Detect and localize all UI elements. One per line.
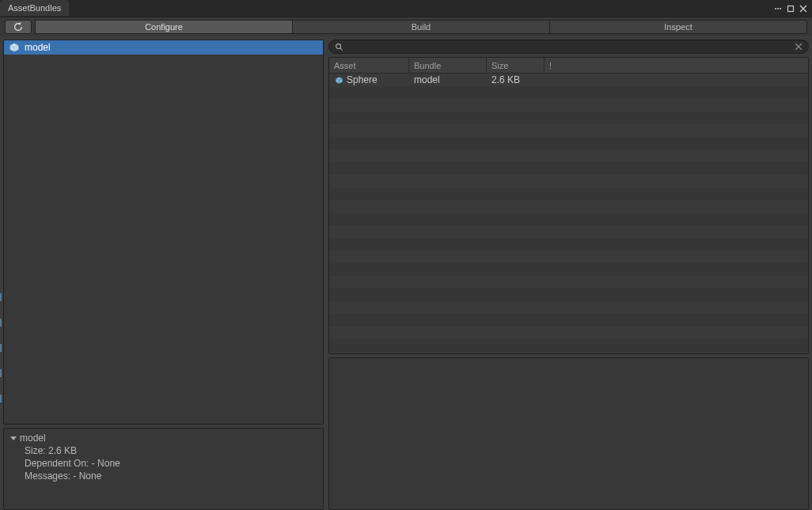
column-header-size[interactable]: Size [487, 58, 544, 73]
table-row [329, 263, 808, 276]
column-header-bundle[interactable]: Bundle [409, 58, 487, 73]
search-input[interactable] [347, 42, 791, 51]
table-row [329, 124, 808, 137]
tab-build[interactable]: Build [293, 20, 550, 34]
svg-rect-0 [788, 6, 794, 11]
window-tab-assetbundles[interactable]: AssetBundles [0, 0, 69, 16]
asset-bundle: model [409, 74, 487, 86]
asset-table-panel: Asset Bundle Size ! Spheremodel2.6 KB [328, 57, 809, 354]
search-icon [334, 42, 343, 51]
bundle-icon [9, 42, 20, 53]
asset-preview-panel [328, 357, 809, 510]
svg-point-1 [336, 43, 340, 48]
table-row [329, 327, 808, 339]
details-size: Size: 2.6 KB [10, 444, 317, 457]
table-row [329, 276, 808, 289]
details-name: model [20, 433, 46, 444]
table-row [329, 314, 808, 327]
refresh-icon [13, 21, 24, 32]
table-row [329, 111, 808, 124]
column-header-asset[interactable]: Asset [329, 58, 409, 73]
asset-name: Sphere [347, 74, 378, 85]
clear-search-icon[interactable] [794, 42, 803, 51]
table-row [329, 149, 808, 162]
kebab-menu-icon[interactable] [772, 3, 784, 14]
bundle-list-panel[interactable]: model [3, 40, 324, 425]
column-header-warn[interactable]: ! [544, 58, 556, 73]
table-row [329, 225, 808, 238]
asset-table-header: Asset Bundle Size ! [329, 58, 808, 74]
table-row [329, 238, 808, 251]
table-row [329, 251, 808, 263]
table-row [329, 200, 808, 213]
search-bar[interactable] [328, 40, 809, 54]
table-row [329, 137, 808, 149]
prefab-icon [334, 75, 343, 85]
foldout-arrow-icon [10, 436, 17, 440]
close-icon[interactable] [798, 3, 809, 14]
table-row [329, 213, 808, 225]
table-row [329, 339, 808, 352]
asset-size: 2.6 KB [487, 74, 544, 86]
bundle-item-model[interactable]: model [4, 40, 323, 55]
tab-configure[interactable]: Configure [35, 20, 293, 34]
details-messages: Messages: - None [10, 470, 317, 482]
table-row [329, 99, 808, 111]
window-tab-bar: AssetBundles [0, 0, 812, 17]
table-row [329, 162, 808, 175]
bundle-details-panel: model Size: 2.6 KB Dependent On: - None … [3, 428, 324, 510]
table-row [329, 175, 808, 187]
asset-warn [544, 74, 556, 86]
details-dependent: Dependent On: - None [10, 457, 317, 470]
table-row [329, 289, 808, 301]
refresh-button[interactable] [5, 20, 32, 34]
details-foldout[interactable]: model [10, 432, 317, 444]
tab-inspect[interactable]: Inspect [550, 20, 807, 34]
table-row [329, 187, 808, 200]
bundle-item-label: model [25, 42, 51, 53]
table-row [329, 86, 808, 99]
table-row [329, 301, 808, 314]
maximize-icon[interactable] [785, 3, 796, 14]
asset-table-body[interactable]: Spheremodel2.6 KB [329, 74, 808, 353]
table-row[interactable]: Spheremodel2.6 KB [329, 74, 808, 86]
main-toolbar: Configure Build Inspect [0, 17, 812, 36]
